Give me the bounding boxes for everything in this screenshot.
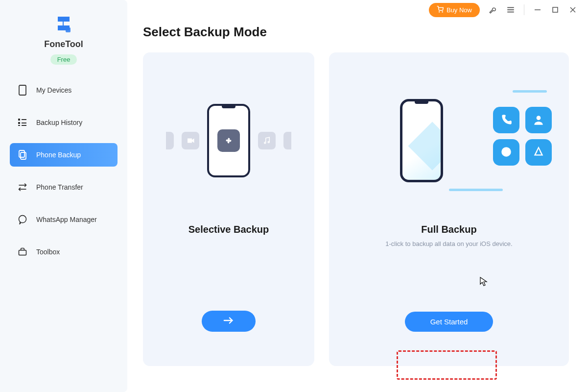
svg-point-1 <box>442 11 443 12</box>
sidebar: FoneTool Free My Devices Backup History … <box>0 0 127 392</box>
svg-rect-9 <box>66 27 71 32</box>
chat-icon <box>18 215 27 224</box>
page-title: Select Backup Mode <box>143 24 573 40</box>
card-full-backup[interactable]: Full Backup 1-click to backup all data o… <box>329 52 569 366</box>
appstore-app-icon <box>525 139 552 166</box>
svg-point-25 <box>537 116 541 120</box>
arrow-right-icon <box>223 317 234 326</box>
free-badge: Free <box>50 54 77 65</box>
partial-icon-left <box>166 132 174 149</box>
svg-rect-10 <box>19 85 26 95</box>
video-icon <box>182 132 199 149</box>
svg-point-0 <box>439 11 440 12</box>
partial-icon-right <box>283 132 291 149</box>
toolbox-icon <box>18 247 27 257</box>
history-icon <box>18 118 27 127</box>
backup-icon <box>18 150 27 160</box>
buy-now-button[interactable]: Buy Now <box>429 3 480 17</box>
sidebar-item-phone-transfer[interactable]: Phone Transfer <box>10 175 118 199</box>
sidebar-item-whatsapp-manager[interactable]: WhatsApp Manager <box>10 208 118 231</box>
svg-rect-18 <box>21 152 26 159</box>
svg-rect-16 <box>22 125 26 126</box>
phone-frame-icon <box>400 99 443 182</box>
sidebar-item-phone-backup[interactable]: Phone Backup <box>10 143 118 167</box>
sidebar-item-my-devices[interactable]: My Devices <box>10 78 118 102</box>
nav-label: Phone Backup <box>36 151 81 159</box>
contact-app-icon <box>525 107 552 133</box>
phone-app-icon <box>493 107 519 133</box>
message-app-icon <box>493 139 519 166</box>
svg-rect-15 <box>18 125 20 126</box>
full-cta-button[interactable]: Get Started <box>405 312 493 332</box>
svg-point-21 <box>228 140 230 142</box>
menu-icon[interactable] <box>506 5 515 14</box>
separator <box>524 4 524 15</box>
nav-label: Backup History <box>36 119 82 126</box>
card-selective-backup[interactable]: Selective Backup <box>143 52 314 366</box>
get-started-label: Get Started <box>430 318 468 326</box>
nav-label: Phone Transfer <box>36 183 83 191</box>
svg-rect-14 <box>22 122 26 123</box>
sidebar-item-backup-history[interactable]: Backup History <box>10 111 118 134</box>
svg-rect-11 <box>18 119 20 121</box>
key-icon[interactable] <box>489 5 497 14</box>
full-title: Full Backup <box>421 224 476 235</box>
selective-cta-button[interactable] <box>202 311 256 332</box>
titlebar: Buy Now <box>418 0 588 20</box>
music-icon <box>258 132 276 149</box>
device-icon <box>18 85 27 95</box>
sidebar-item-toolbox[interactable]: Toolbox <box>10 240 118 264</box>
full-illustration <box>339 77 559 204</box>
progress-indicator-icon <box>513 90 547 93</box>
nav-label: My Devices <box>36 86 71 94</box>
backup-mode-cards: Selective Backup <box>143 52 573 366</box>
brand-section: FoneTool Free <box>0 14 127 65</box>
minimize-icon[interactable] <box>533 5 542 14</box>
svg-rect-17 <box>19 150 24 157</box>
maximize-icon[interactable] <box>551 5 560 14</box>
cursor-icon <box>480 277 488 289</box>
fan-app-icon <box>217 129 240 152</box>
svg-point-22 <box>264 142 266 144</box>
svg-point-26 <box>501 147 511 157</box>
svg-rect-20 <box>19 250 26 255</box>
svg-point-19 <box>19 216 26 223</box>
full-subtitle: 1-click to backup all data on your iOS d… <box>385 240 512 247</box>
svg-rect-12 <box>18 122 20 124</box>
nav-label: WhatsApp Manager <box>36 216 97 223</box>
svg-point-23 <box>268 142 269 143</box>
cart-icon <box>437 6 444 14</box>
brand-logo-icon <box>53 14 74 35</box>
svg-rect-6 <box>553 7 558 12</box>
selective-illustration <box>153 77 305 204</box>
transfer-icon <box>18 182 27 192</box>
nav-list: My Devices Backup History Phone Backup P… <box>0 78 127 264</box>
close-icon[interactable] <box>568 5 577 14</box>
selective-title: Selective Backup <box>188 224 269 235</box>
svg-rect-13 <box>22 119 26 120</box>
main-content: Select Backup Mode <box>143 24 573 366</box>
nav-label: Toolbox <box>36 248 60 256</box>
brand-name: FoneTool <box>44 39 83 49</box>
progress-indicator-icon <box>449 189 503 191</box>
buy-now-label: Buy Now <box>447 6 472 14</box>
